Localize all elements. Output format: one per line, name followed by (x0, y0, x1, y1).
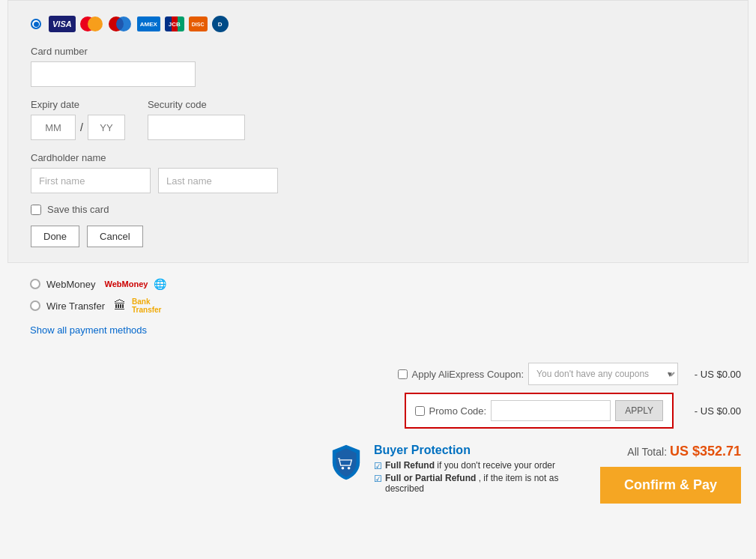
promo-label: Promo Code: (429, 405, 487, 417)
bp-item-2-text: Full or Partial Refund , if the item is … (385, 473, 569, 494)
diners-logo-icon: D (212, 16, 229, 32)
expiry-inputs: / (31, 115, 125, 140)
coupon-checkbox[interactable] (398, 369, 408, 379)
first-name-input[interactable] (31, 168, 151, 193)
card-number-label: Card number (31, 46, 725, 57)
other-payment-section: WebMoney WebMoney 🌐 Wire Transfer 🏛 Bank… (7, 271, 749, 343)
card-radio-selected[interactable] (31, 19, 41, 29)
check-icon-1: ☑ (374, 461, 382, 471)
button-row: Done Cancel (31, 226, 725, 247)
cardholder-section: Cardholder name (31, 152, 725, 193)
wire-transfer-option-row: Wire Transfer 🏛 BankTransfer (30, 297, 726, 314)
buyer-protection-text: Buyer Protection ☑ Full Refund if you do… (374, 444, 569, 495)
maestro-logo-icon (109, 16, 133, 31)
jcb-logo-icon: JCB (165, 16, 184, 31)
bank-icon: 🏛 (114, 299, 126, 312)
expiry-security-row: Expiry date / Security code (31, 99, 725, 140)
show-all-payment-methods-link[interactable]: Show all payment methods (30, 324, 147, 336)
webmoney-radio[interactable] (30, 279, 40, 289)
expiry-mm-input[interactable] (31, 115, 76, 140)
svg-point-1 (348, 467, 351, 470)
expiry-label: Expiry date (31, 99, 125, 110)
promo-box: Promo Code: APPLY (405, 393, 674, 429)
apply-promo-button[interactable]: APPLY (615, 400, 663, 421)
name-row (31, 168, 725, 193)
expiry-yy-input[interactable] (88, 115, 125, 140)
coupon-label: Apply AliExpress Coupon: (412, 369, 524, 380)
buyer-protection-item-2: ☑ Full or Partial Refund , if the item i… (374, 473, 569, 494)
cancel-button[interactable]: Cancel (87, 226, 142, 247)
cardholder-label: Cardholder name (31, 152, 725, 163)
promo-discount: - US $0.00 (681, 405, 741, 417)
expiry-slash: / (76, 121, 88, 133)
save-card-label: Save this card (47, 204, 109, 215)
webmoney-logo-text: WebMoney (105, 280, 148, 288)
bottom-section: Apply AliExpress Coupon: You don't have … (0, 355, 756, 511)
wire-transfer-logo-text: BankTransfer (132, 297, 161, 314)
done-button[interactable]: Done (31, 226, 79, 247)
save-card-row: Save this card (31, 204, 725, 215)
mastercard-logo-icon (80, 16, 104, 31)
all-total-row: All Total: US $352.71 (627, 444, 741, 459)
payment-card-section: VISA AMEX JCB DISC D Card number (7, 0, 749, 263)
card-number-input[interactable] (31, 61, 196, 87)
buyer-protection: Buyer Protection ☑ Full Refund if you do… (15, 444, 569, 495)
card-number-section: Card number (31, 46, 725, 87)
visa-logo-icon: VISA (49, 16, 76, 32)
expiry-section: Expiry date / (31, 99, 125, 140)
last-name-input[interactable] (158, 168, 278, 193)
webmoney-globe-icon: 🌐 (154, 278, 166, 290)
promo-row-wrapper: Promo Code: APPLY - US $0.00 (15, 393, 741, 429)
buyer-protection-title: Buyer Protection (374, 444, 569, 457)
coupon-row: Apply AliExpress Coupon: You don't have … (15, 363, 741, 385)
amex-logo-icon: AMEX (137, 16, 160, 31)
confirm-pay-button[interactable]: Confirm & Pay (600, 467, 741, 504)
coupon-left: Apply AliExpress Coupon: You don't have … (398, 363, 674, 385)
all-total-amount: US $352.71 (670, 444, 741, 459)
buyer-protection-item-1: ☑ Full Refund if you don't receive your … (374, 460, 569, 471)
total-confirm-section: All Total: US $352.71 Confirm & Pay (591, 444, 741, 504)
security-label: Security code (148, 99, 245, 110)
shield-icon (327, 444, 365, 481)
all-total-label: All Total: (627, 446, 667, 458)
card-logos-row: VISA AMEX JCB DISC D (31, 16, 725, 32)
security-code-input[interactable] (148, 115, 245, 140)
wire-transfer-radio[interactable] (30, 300, 40, 311)
final-row: Buyer Protection ☑ Full Refund if you do… (15, 444, 741, 504)
svg-point-0 (342, 467, 345, 470)
wire-transfer-label: Wire Transfer (46, 300, 105, 312)
coupon-select[interactable]: You don't have any coupons (528, 363, 678, 385)
webmoney-option-row: WebMoney WebMoney 🌐 (30, 278, 726, 290)
promo-code-input[interactable] (491, 400, 611, 421)
save-card-checkbox[interactable] (31, 205, 41, 215)
page-wrapper: VISA AMEX JCB DISC D Card number (0, 0, 756, 559)
check-icon-2: ☑ (374, 474, 382, 484)
webmoney-label: WebMoney (46, 279, 96, 290)
promo-checkbox[interactable] (415, 406, 425, 416)
coupon-discount: - US $0.00 (681, 369, 741, 380)
security-section: Security code (148, 99, 245, 140)
discover-logo-icon: DISC (189, 16, 208, 31)
bp-item-1-text: Full Refund if you don't receive your or… (385, 460, 555, 471)
